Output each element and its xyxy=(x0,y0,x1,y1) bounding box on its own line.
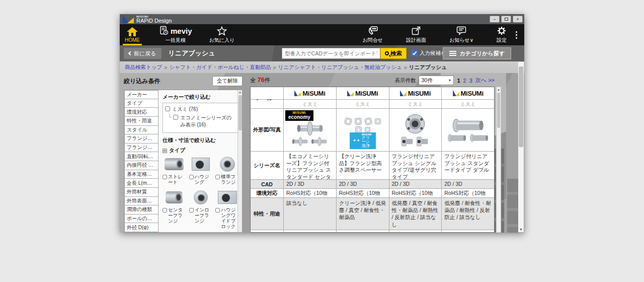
type-option-std-flange[interactable]: 標準フランジ xyxy=(215,155,239,185)
filter-tab-feature[interactable]: 特性・用途 xyxy=(124,117,158,126)
back-button[interactable]: 前に戻る xyxy=(124,48,162,59)
page-title: リニアブッシュ xyxy=(169,49,215,58)
type-checkbox[interactable] xyxy=(189,175,194,179)
series-name-cell[interactable]: フランジ付リニアブッシュ スタンダードタイプ ダブル xyxy=(442,152,494,179)
more-menu-icon[interactable] xyxy=(512,24,521,45)
sparkle-icon: ✦✦ xyxy=(353,138,360,143)
nav-settings[interactable]: 設定 xyxy=(492,24,512,45)
type-checkbox[interactable] xyxy=(189,208,194,213)
scroll-thumb[interactable] xyxy=(497,93,500,128)
filter-tab-maker[interactable]: メーカー xyxy=(124,90,158,99)
type-group-header[interactable]: タイプ xyxy=(163,147,239,154)
filter-tab-style[interactable]: スタイル xyxy=(124,126,158,135)
type-option-inro-flange[interactable]: インローフランジ xyxy=(189,188,213,230)
nav-favorites[interactable]: お気に入り xyxy=(204,24,240,45)
filter-tab-env[interactable]: 環境対応 xyxy=(124,108,158,117)
product-photo-cell[interactable] xyxy=(442,109,494,151)
product-photo-cell[interactable] xyxy=(389,109,442,151)
page-link[interactable]: 2 xyxy=(463,78,466,84)
economy-checkbox[interactable] xyxy=(173,115,178,120)
env-cell: RoHS対応（10物質） xyxy=(442,189,494,197)
filter-tab-length[interactable]: 全長 L(m… xyxy=(124,179,158,188)
breadcrumb-link[interactable]: 商品検索トップ xyxy=(125,64,162,71)
main-nav: HOME meviy 一括見積 お気に入り xyxy=(120,24,524,45)
chevron-left-icon xyxy=(128,51,132,55)
series-name-cell[interactable]: 【エコノミーシリーズ】フランジ付リニアブッシュ スタンダード センターフランジ … xyxy=(284,152,337,179)
filter-tab-flange2[interactable]: フランジ… xyxy=(124,144,158,153)
search-input[interactable] xyxy=(282,48,380,59)
row-label-series: シリーズ名 xyxy=(251,152,284,179)
close-button[interactable]: × xyxy=(513,16,523,23)
restore-button[interactable] xyxy=(501,16,511,23)
type-thumb-center-flange xyxy=(163,188,185,206)
type-checkbox[interactable] xyxy=(215,208,220,213)
maker-checkbox[interactable] xyxy=(165,106,170,111)
type-option-center-flange[interactable]: センターフランジ xyxy=(163,188,186,230)
filter-tab-ball[interactable]: ボールの… xyxy=(124,215,158,224)
breadcrumb-link[interactable]: リニアシャフト・リニアブッシュ・無給油ブッシュ xyxy=(278,64,402,71)
row-label-type: タイプ xyxy=(251,230,284,233)
nav-home[interactable]: HOME xyxy=(120,24,145,45)
product-photo-cell[interactable]: ✦✦ MiSUMiクリーン洗浄 xyxy=(337,109,389,151)
filter-body: メーカーで絞り込む ミスミ (76) └ エコノミーシリーズのみ表示 (16) … xyxy=(158,90,242,232)
row-label-spacer xyxy=(251,90,284,99)
nav-contact[interactable]: お問合せ xyxy=(358,24,388,45)
filter-tab-material[interactable]: 外筒材質 xyxy=(124,188,158,197)
scroll-up-icon[interactable]: ▲ xyxy=(238,90,242,95)
type-cell: 標準フランジ xyxy=(389,230,442,233)
table-scrollbar[interactable]: ▲ xyxy=(496,87,501,233)
filter-tab-surface[interactable]: 外筒表面… xyxy=(124,197,158,206)
type-checkbox[interactable] xyxy=(215,175,220,179)
nav-home-label: HOME xyxy=(125,37,140,43)
type-checkbox[interactable] xyxy=(163,208,167,213)
series-name-cell[interactable]: 【クリーン洗浄品】フランジ型高さ調整スペーサー xyxy=(337,152,389,179)
page-link[interactable]: 3 xyxy=(469,78,472,84)
nav-design-screen[interactable]: 設計画面 xyxy=(401,24,431,45)
nav-meviy[interactable]: meviy 一括見積 xyxy=(154,24,197,45)
scroll-down-icon[interactable]: ▼ xyxy=(518,228,524,231)
minimize-button[interactable]: – xyxy=(490,16,500,23)
filter-tab-rating[interactable]: 基本定格… xyxy=(124,170,158,179)
next-page-link[interactable]: 次へ >> xyxy=(475,77,495,84)
filter-tab-lube[interactable]: 潤滑の種類 xyxy=(124,205,158,215)
breadcrumb-link[interactable]: シャフト・ガイド・ボールねじ・直動部品 xyxy=(169,64,271,71)
type-option-housing[interactable]: ハウジング xyxy=(189,155,213,185)
restore-icon xyxy=(505,18,508,21)
maker-option-economy[interactable]: └ エコノミーシリーズのみ表示 (16) xyxy=(168,114,236,128)
table-row-feature: 特性・用途 該当なし クリーン洗浄 / 低発塵 / 真空 / 耐食性・耐薬品 低… xyxy=(251,198,494,230)
filter-tab-outer-dia[interactable]: 外径 D(φ) xyxy=(124,223,158,232)
per-page-select[interactable]: 30件 ▼ xyxy=(419,76,454,85)
product-photo-cell[interactable]: MiSUMi economy xyxy=(284,109,337,151)
filter-tab-flange1[interactable]: フランジ… xyxy=(124,134,158,144)
collapse-icon[interactable] xyxy=(163,149,167,153)
table-row-maker-name: ミスミ ミスミ ミスミ ミスミ xyxy=(251,100,494,109)
per-page-value: 30件 xyxy=(421,77,432,84)
search-button[interactable]: 検索 xyxy=(380,48,407,59)
type-option-straight[interactable]: ストレート xyxy=(163,155,186,185)
category-search-button[interactable]: カテゴリから探す xyxy=(443,47,511,59)
scroll-thumb[interactable] xyxy=(238,95,242,130)
product-image xyxy=(344,117,381,133)
suggest-checkbox[interactable] xyxy=(412,50,418,56)
scroll-thumb[interactable] xyxy=(519,66,523,147)
clear-all-button[interactable]: 全て解除 xyxy=(212,76,243,86)
env-cell: RoHS対応（10物質） xyxy=(284,189,337,197)
series-name-cell[interactable]: フランジ付リニアブッシュ シングルタイプ/逆ザグリ穴タイプ xyxy=(389,152,442,179)
filter-tab-inner-dia[interactable]: 内接円径 … xyxy=(124,161,158,170)
nav-notice[interactable]: お知らせ∨ xyxy=(444,24,478,45)
type-label: ストレート xyxy=(168,174,186,185)
window-scrollbar[interactable]: ▼ xyxy=(518,62,524,232)
breadcrumb-separator: > xyxy=(164,64,167,70)
nav-contact-label: お問合せ xyxy=(363,37,383,44)
type-group-title: タイプ xyxy=(169,147,185,154)
notice-bubble-icon xyxy=(456,26,467,36)
filter-scrollbar[interactable]: ▲ xyxy=(237,90,242,232)
chevron-down-icon: ▼ xyxy=(448,79,452,82)
type-option-wide-block[interactable]: ハウジングワイドブロック xyxy=(215,188,239,230)
type-checkbox[interactable] xyxy=(163,175,167,179)
scroll-up-icon[interactable]: ▲ xyxy=(497,87,501,92)
filter-tab-motion[interactable]: 直動/回転… xyxy=(124,152,158,161)
filter-tab-type[interactable]: タイプ xyxy=(124,99,158,108)
spec-section-title: 仕様・寸法で絞り込む xyxy=(163,137,239,144)
maker-option-misumi[interactable]: ミスミ (76) xyxy=(165,106,236,113)
